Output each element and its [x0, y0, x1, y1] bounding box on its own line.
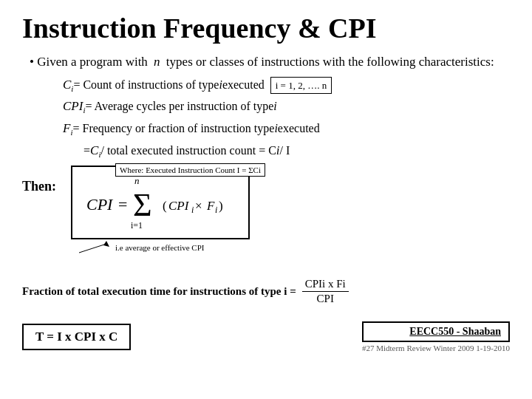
ci-line: Ci = Count of instructions of typei exec…: [63, 75, 510, 95]
svg-text:(: (: [163, 199, 167, 213]
bullet-text2: types or classes of instructions with th…: [166, 55, 494, 69]
avg-label-container: i.e average or effective CPI: [75, 241, 204, 254]
where-box-container: Where: Executed Instruction Count I = ΣC…: [108, 163, 265, 177]
bullet-intro: Given a program with n types or classes …: [30, 53, 510, 71]
cpii-i: i: [273, 98, 276, 115]
ci-eq: = Count of instructions of type: [73, 76, 219, 94]
fi-eq2-line: = Ci / total executed instruction count …: [63, 141, 510, 161]
cpii-var: CPIi: [63, 97, 85, 117]
fi-line: Fi = Frequency or fraction of instructio…: [63, 119, 510, 139]
bullet-n: n: [154, 55, 160, 69]
eecc-box: EECC550 - Shaaban: [362, 321, 510, 342]
slide: Instruction Frequency & CPI Given a prog…: [0, 0, 532, 399]
eq2-part2: / total executed instruction count = C: [100, 142, 276, 160]
ci-exec: executed: [222, 76, 265, 94]
bullet-text1: Given a program with: [37, 55, 148, 69]
svg-text:×: ×: [195, 199, 202, 213]
fraction-denominator: CPI: [314, 292, 337, 305]
fi-exec: executed: [278, 120, 320, 137]
fraction-numerator: CPIi x Fi: [302, 278, 349, 292]
t-formula: T = I x CPI x C: [22, 324, 131, 350]
svg-marker-13: [103, 241, 109, 247]
then-label: Then:: [22, 179, 56, 194]
fraction-box: CPIi x Fi CPI: [302, 278, 349, 305]
footer-text: #27 Midterm Review Winter 2009 1-19-2010: [362, 344, 510, 352]
cpi-formula-svg: CPI = Σ n i=1 ( CPI i × F i ): [83, 173, 238, 232]
ci-var: Ci: [63, 75, 73, 95]
fraction-row: Fraction of total execution time for ins…: [22, 278, 510, 305]
fi-var: Fi: [63, 119, 72, 139]
where-box: Where: Executed Instruction Count I = ΣC…: [115, 163, 265, 177]
i-badge: i = 1, 2, …. n: [270, 77, 332, 95]
fi-eq: = Frequency or fraction of instruction t…: [72, 120, 274, 137]
svg-text:Σ: Σ: [133, 187, 152, 223]
avg-label: i.e average or effective CPI: [115, 243, 204, 252]
svg-text:): ): [219, 199, 223, 213]
fraction-prefix: Fraction of total execution time for ins…: [22, 285, 296, 298]
cpii-eq: = Average cycles per instruction of type: [85, 98, 273, 115]
svg-text:CPI: CPI: [168, 199, 190, 213]
svg-text:i: i: [215, 205, 217, 215]
slide-title: Instruction Frequency & CPI: [22, 13, 510, 44]
svg-text:CPI: CPI: [86, 195, 114, 214]
svg-line-12: [79, 244, 106, 253]
bottom-row: T = I x CPI x C EECC550 - Shaaban #27 Mi…: [22, 321, 510, 352]
svg-text:i: i: [191, 205, 194, 215]
svg-text:i=1: i=1: [131, 220, 143, 231]
eq2-ci: Ci: [90, 141, 100, 161]
eq2-equals: =: [83, 142, 90, 160]
avg-arrow-svg: [75, 241, 112, 254]
cpii-line: CPIi = Average cycles per instruction of…: [63, 97, 510, 117]
eecc-container: EECC550 - Shaaban #27 Midterm Review Win…: [362, 321, 510, 352]
then-row: Then: Where: Executed Instruction Count …: [22, 166, 510, 242]
then-content: Where: Executed Instruction Count I = ΣC…: [71, 166, 250, 242]
svg-text:=: =: [118, 195, 127, 214]
eq2-part3: / I: [280, 142, 290, 160]
svg-text:F: F: [206, 199, 215, 213]
formulas-block: Ci = Count of instructions of typei exec…: [63, 75, 510, 162]
